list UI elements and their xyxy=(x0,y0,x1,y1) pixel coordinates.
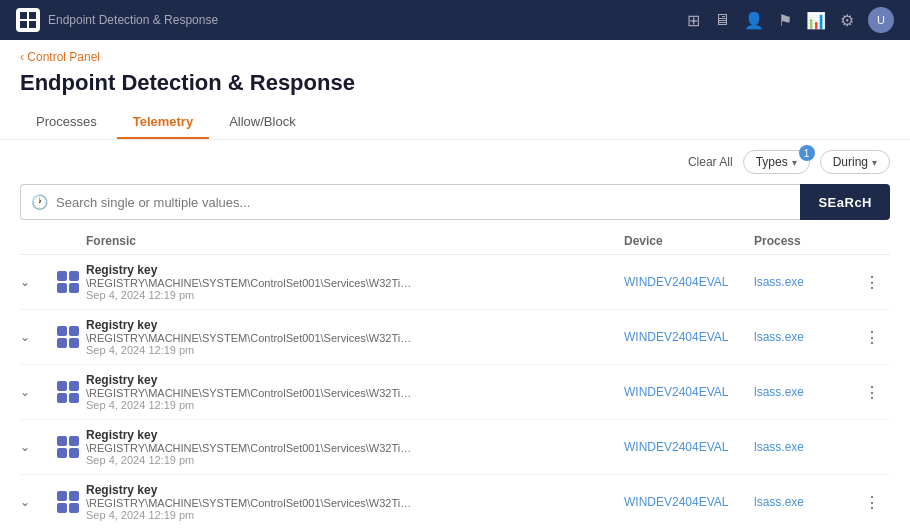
row-icon xyxy=(50,377,86,407)
types-filter-badge: 1 xyxy=(799,145,815,161)
page-title: Endpoint Detection & Response xyxy=(0,68,910,106)
row-forensic: Registry key \REGISTRY\MACHINE\SYSTEM\Co… xyxy=(86,318,624,356)
expand-button[interactable]: ⌄ xyxy=(20,330,50,344)
topbar-right: ⊞ 🖥 👤 ⚑ 📊 ⚙ U xyxy=(687,7,894,33)
tabs-bar: Processes Telemetry Allow/Block xyxy=(0,106,910,140)
row-forensic: Registry key \REGISTRY\MACHINE\SYSTEM\Co… xyxy=(86,373,624,411)
breadcrumb[interactable]: ‹ Control Panel xyxy=(0,40,910,68)
svg-rect-2 xyxy=(20,21,27,28)
row-device[interactable]: WINDEV2404EVAL xyxy=(624,330,754,344)
search-input-wrap: 🕐 xyxy=(20,184,800,220)
avatar[interactable]: U xyxy=(868,7,894,33)
toolbar: Clear All 1 Types ▾ During ▾ xyxy=(0,140,910,184)
table-row: ⌄ Registry key \REGISTRY\MACHINE\SYSTEM\… xyxy=(20,475,890,529)
row-icon xyxy=(50,267,86,297)
row-process[interactable]: lsass.exe xyxy=(754,440,854,454)
row-icon xyxy=(50,432,86,462)
gear-icon[interactable]: ⚙ xyxy=(840,11,854,30)
table-row: ⌄ Registry key \REGISTRY\MACHINE\SYSTEM\… xyxy=(20,420,890,475)
table-row: ⌄ Registry key \REGISTRY\MACHINE\SYSTEM\… xyxy=(20,310,890,365)
row-device[interactable]: WINDEV2404EVAL xyxy=(624,495,754,509)
row-icon xyxy=(50,322,86,352)
types-chevron-icon: ▾ xyxy=(792,157,797,168)
expand-button[interactable]: ⌄ xyxy=(20,440,50,454)
row-icon xyxy=(50,487,86,517)
table-container: Forensic Device Process ⌄ Registry key \… xyxy=(0,228,910,529)
row-forensic: Registry key \REGISTRY\MACHINE\SYSTEM\Co… xyxy=(86,263,624,301)
topbar-app-name: Endpoint Detection & Response xyxy=(48,13,218,27)
col-header-process: Process xyxy=(754,234,854,248)
search-input[interactable] xyxy=(56,195,790,210)
types-filter-label: Types xyxy=(756,155,788,169)
row-actions-button[interactable]: ⋮ xyxy=(854,493,890,512)
svg-rect-0 xyxy=(20,12,27,19)
expand-button[interactable]: ⌄ xyxy=(20,275,50,289)
chart-icon[interactable]: 📊 xyxy=(806,11,826,30)
svg-rect-3 xyxy=(29,21,36,28)
row-forensic: Registry key \REGISTRY\MACHINE\SYSTEM\Co… xyxy=(86,428,624,466)
during-filter-button[interactable]: During ▾ xyxy=(820,150,890,174)
row-process[interactable]: lsass.exe xyxy=(754,385,854,399)
during-chevron-icon: ▾ xyxy=(872,157,877,168)
table-row: ⌄ Registry key \REGISTRY\MACHINE\SYSTEM\… xyxy=(20,255,890,310)
topbar: Endpoint Detection & Response ⊞ 🖥 👤 ⚑ 📊 … xyxy=(0,0,910,40)
table-row: ⌄ Registry key \REGISTRY\MACHINE\SYSTEM\… xyxy=(20,365,890,420)
clear-all-button[interactable]: Clear All xyxy=(688,155,733,169)
tab-allowblock[interactable]: Allow/Block xyxy=(213,106,311,139)
search-bar: 🕐 SEaRcH xyxy=(0,184,910,228)
row-actions-button[interactable]: ⋮ xyxy=(854,273,890,292)
svg-rect-1 xyxy=(29,12,36,19)
col-header-device: Device xyxy=(624,234,754,248)
flag-icon[interactable]: ⚑ xyxy=(778,11,792,30)
expand-button[interactable]: ⌄ xyxy=(20,385,50,399)
table-header: Forensic Device Process xyxy=(20,228,890,255)
types-filter-button[interactable]: 1 Types ▾ xyxy=(743,150,810,174)
expand-button[interactable]: ⌄ xyxy=(20,495,50,509)
row-process[interactable]: lsass.exe xyxy=(754,275,854,289)
row-actions-button[interactable]: ⋮ xyxy=(854,328,890,347)
during-filter-label: During xyxy=(833,155,868,169)
app-logo xyxy=(16,8,40,32)
row-process[interactable]: lsass.exe xyxy=(754,330,854,344)
search-button[interactable]: SEaRcH xyxy=(800,184,890,220)
row-device[interactable]: WINDEV2404EVAL xyxy=(624,440,754,454)
main-content: ‹ Control Panel Endpoint Detection & Res… xyxy=(0,40,910,529)
monitor-icon[interactable]: 🖥 xyxy=(714,11,730,29)
grid-icon[interactable]: ⊞ xyxy=(687,11,700,30)
row-device[interactable]: WINDEV2404EVAL xyxy=(624,385,754,399)
row-forensic: Registry key \REGISTRY\MACHINE\SYSTEM\Co… xyxy=(86,483,624,521)
topbar-left: Endpoint Detection & Response xyxy=(16,8,218,32)
row-device[interactable]: WINDEV2404EVAL xyxy=(624,275,754,289)
row-process[interactable]: lsass.exe xyxy=(754,495,854,509)
tab-processes[interactable]: Processes xyxy=(20,106,113,139)
search-clock-icon: 🕐 xyxy=(31,194,48,210)
col-header-forensic: Forensic xyxy=(86,234,624,248)
person-icon[interactable]: 👤 xyxy=(744,11,764,30)
tab-telemetry[interactable]: Telemetry xyxy=(117,106,209,139)
row-actions-button[interactable]: ⋮ xyxy=(854,383,890,402)
